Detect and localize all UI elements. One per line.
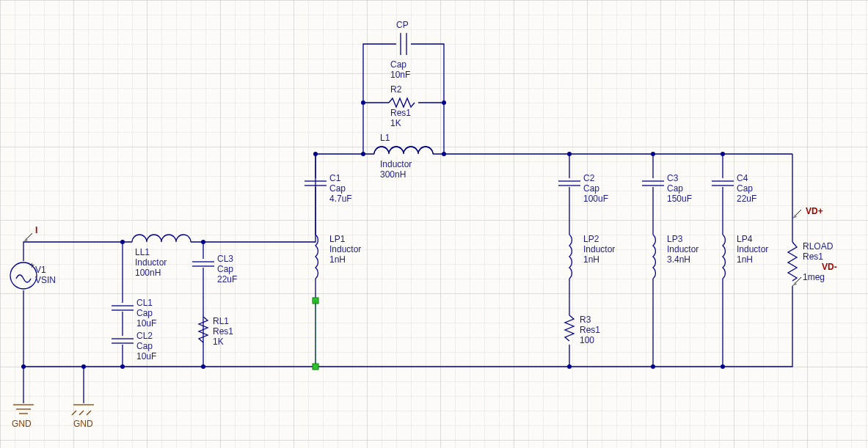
- probe-VDp[interactable]: [792, 210, 801, 219]
- svg-point-0: [21, 364, 26, 369]
- label-LP4-val: 1nH: [737, 254, 753, 265]
- label-RL1-val: 1K: [213, 337, 224, 347]
- label-LL1-ref: LL1: [135, 247, 150, 257]
- label-RL1-ref: RL1: [213, 316, 229, 326]
- label-R3-type: Res1: [580, 325, 600, 335]
- probe-VDn[interactable]: [792, 277, 801, 286]
- label-CP-ref: CP: [396, 20, 409, 30]
- label-LP2-type: Inductor: [583, 244, 615, 254]
- inductor-L1[interactable]: [374, 147, 433, 154]
- label-C2-val: 100uF: [583, 194, 608, 204]
- label-RL1-type: Res1: [213, 326, 233, 337]
- svg-point-13: [567, 364, 572, 369]
- label-R3-ref: R3: [580, 315, 591, 325]
- resistor-R3[interactable]: [565, 315, 574, 341]
- label-CL2-ref: CL2: [136, 331, 153, 341]
- svg-point-11: [442, 100, 446, 105]
- resistor-R2[interactable]: [389, 98, 415, 107]
- svg-point-4: [201, 240, 205, 244]
- svg-point-1: [81, 364, 86, 369]
- resistor-RLOAD[interactable]: [788, 242, 797, 281]
- label-CL1-val: 10uF: [136, 318, 156, 328]
- inductor-LP2[interactable]: [569, 235, 572, 279]
- label-CL3-type: Cap: [217, 264, 233, 274]
- inductor-LP3[interactable]: [653, 235, 655, 279]
- svg-line-46: [87, 411, 91, 415]
- label-L1-ref: L1: [380, 133, 390, 143]
- netlabel-VDn: VD-: [822, 262, 837, 272]
- label-LP3-ref: LP3: [667, 234, 683, 244]
- cap-C2[interactable]: [558, 181, 580, 186]
- label-R2-ref: R2: [390, 84, 402, 95]
- label-CL3-val: 22uF: [217, 274, 237, 284]
- label-LP1-ref: LP1: [329, 234, 346, 244]
- label-RLOAD-type: Res1: [803, 251, 823, 262]
- svg-line-45: [79, 411, 84, 415]
- svg-point-8: [361, 152, 365, 156]
- svg-point-9: [442, 152, 446, 156]
- cap-CP[interactable]: [401, 33, 406, 55]
- label-C3-val: 150uF: [667, 194, 692, 204]
- label-RLOAD-val: 1meg: [803, 272, 825, 282]
- svg-point-5: [201, 364, 205, 369]
- cap-CL3[interactable]: [192, 262, 214, 266]
- svg-text:+: +: [29, 260, 34, 271]
- svg-point-17: [721, 364, 725, 369]
- gnd-1[interactable]: [13, 405, 34, 414]
- svg-point-2: [120, 240, 125, 244]
- label-C3-type: Cap: [667, 183, 683, 194]
- svg-point-14: [651, 152, 655, 156]
- label-CL1-type: Cap: [136, 308, 153, 318]
- source-V1[interactable]: +: [10, 260, 37, 289]
- label-CL2-type: Cap: [136, 341, 153, 351]
- inductor-LL1[interactable]: [132, 235, 191, 242]
- probe-I[interactable]: [23, 233, 32, 242]
- label-R3-val: 100: [580, 335, 594, 345]
- svg-point-16: [721, 152, 725, 156]
- label-CL1-ref: CL1: [136, 298, 153, 308]
- label-C3-ref: C3: [667, 173, 679, 183]
- label-LP1-val: 1nH: [329, 254, 346, 265]
- svg-point-6: [313, 152, 318, 156]
- schematic-canvas: + V1 VSIN LL1 Inductor 100nH CL1 Cap 10u…: [0, 0, 868, 448]
- label-LL1-val: 100nH: [135, 268, 161, 278]
- label-LP4-ref: LP4: [737, 234, 753, 244]
- label-R2-val: 1K: [390, 118, 401, 128]
- netlabel-VDp: VD+: [806, 206, 823, 216]
- label-C1-type: Cap: [329, 183, 346, 194]
- cap-C3[interactable]: [642, 181, 664, 186]
- cap-CL1[interactable]: [112, 306, 134, 310]
- label-C1-ref: C1: [329, 173, 341, 183]
- label-LP3-type: Inductor: [667, 244, 699, 254]
- label-LP2-ref: LP2: [583, 234, 599, 244]
- label-L1-type: Inductor: [380, 159, 412, 169]
- gnd-label-2: GND: [73, 419, 93, 429]
- label-CP-type: Cap: [390, 59, 406, 70]
- label-LP2-val: 1nH: [583, 254, 599, 265]
- label-L1-val: 300nH: [380, 169, 406, 180]
- gnd-label-1: GND: [12, 419, 32, 429]
- gnd-2[interactable]: [72, 405, 94, 415]
- inductor-LP4[interactable]: [723, 235, 725, 279]
- label-CP-val: 10nF: [390, 70, 410, 80]
- svg-line-44: [72, 411, 76, 415]
- label-C2-ref: C2: [583, 173, 595, 183]
- label-C2-type: Cap: [583, 183, 599, 194]
- label-CL3-ref: CL3: [217, 254, 233, 264]
- svg-point-15: [651, 364, 655, 369]
- cap-C4[interactable]: [712, 181, 734, 186]
- label-RLOAD-ref: RLOAD: [803, 241, 834, 251]
- label-C1-val: 4.7uF: [329, 194, 352, 204]
- label-V1-type: VSIN: [35, 275, 56, 285]
- cap-CL2[interactable]: [112, 339, 134, 343]
- label-V1-ref: V1: [35, 265, 46, 275]
- svg-point-3: [120, 364, 125, 369]
- label-LP3-val: 3.4nH: [667, 254, 690, 265]
- netlabel-I: I: [35, 225, 37, 235]
- label-C4-ref: C4: [737, 173, 748, 183]
- label-LL1-type: Inductor: [135, 257, 167, 268]
- label-LP1-type: Inductor: [329, 244, 361, 254]
- label-R2-type: Res1: [390, 108, 411, 118]
- svg-point-10: [361, 100, 365, 105]
- svg-point-12: [567, 152, 572, 156]
